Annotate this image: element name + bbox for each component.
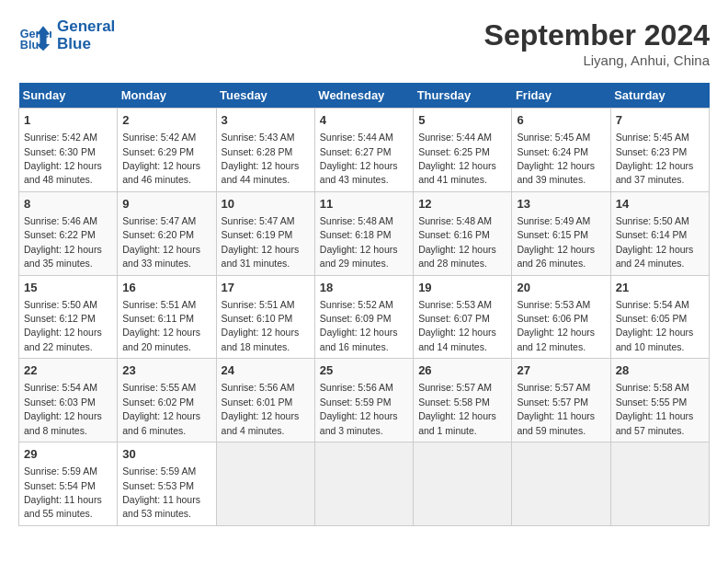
- day-sunrise: Sunrise: 5:56 AM: [320, 382, 393, 393]
- day-sunset: Sunset: 6:06 PM: [517, 313, 588, 324]
- day-sunset: Sunset: 6:15 PM: [517, 229, 588, 240]
- day-sunset: Sunset: 6:25 PM: [418, 146, 490, 157]
- calendar-table: SundayMondayTuesdayWednesdayThursdayFrid…: [18, 83, 710, 526]
- calendar-cell: 12 Sunrise: 5:48 AM Sunset: 6:16 PM Dayl…: [414, 191, 512, 275]
- calendar-cell: 29 Sunrise: 5:59 AM Sunset: 5:54 PM Dayl…: [19, 442, 118, 526]
- day-number: 10: [222, 196, 310, 213]
- calendar-cell: [512, 442, 610, 526]
- logo-text: GeneralBlue: [57, 18, 115, 52]
- daylight-hours: Daylight: 11 hours and 55 minutes.: [24, 494, 102, 519]
- day-number: 4: [320, 112, 408, 129]
- day-sunset: Sunset: 6:22 PM: [24, 229, 96, 240]
- calendar-cell: 27 Sunrise: 5:57 AM Sunset: 5:57 PM Dayl…: [512, 359, 610, 442]
- day-sunset: Sunset: 6:01 PM: [222, 396, 293, 408]
- calendar-cell: 30 Sunrise: 5:59 AM Sunset: 5:53 PM Dayl…: [118, 442, 216, 526]
- calendar-cell: 17 Sunrise: 5:51 AM Sunset: 6:10 PM Dayl…: [216, 275, 314, 359]
- daylight-hours: Daylight: 12 hours and 3 minutes.: [320, 410, 398, 435]
- day-sunrise: Sunrise: 5:51 AM: [222, 299, 295, 310]
- day-sunrise: Sunrise: 5:42 AM: [122, 132, 196, 143]
- day-sunset: Sunset: 6:27 PM: [320, 146, 392, 157]
- day-sunrise: Sunrise: 5:45 AM: [616, 132, 689, 143]
- day-sunrise: Sunrise: 5:43 AM: [222, 132, 295, 143]
- daylight-hours: Daylight: 12 hours and 46 minutes.: [122, 160, 200, 185]
- daylight-hours: Daylight: 12 hours and 12 minutes.: [517, 327, 595, 351]
- day-number: 7: [616, 112, 704, 129]
- day-sunrise: Sunrise: 5:48 AM: [320, 215, 393, 226]
- calendar-cell: [314, 442, 413, 526]
- day-sunset: Sunset: 6:18 PM: [320, 229, 392, 240]
- day-number: 23: [122, 362, 210, 379]
- calendar-header-row: SundayMondayTuesdayWednesdayThursdayFrid…: [19, 83, 710, 109]
- day-number: 20: [517, 280, 605, 296]
- day-sunrise: Sunrise: 5:44 AM: [320, 132, 393, 143]
- calendar-cell: 3 Sunrise: 5:43 AM Sunset: 6:28 PM Dayli…: [216, 109, 314, 192]
- day-sunset: Sunset: 6:28 PM: [222, 146, 293, 157]
- daylight-hours: Daylight: 12 hours and 14 minutes.: [418, 327, 496, 351]
- calendar-cell: 16 Sunrise: 5:51 AM Sunset: 6:11 PM Dayl…: [118, 275, 216, 359]
- daylight-hours: Daylight: 12 hours and 37 minutes.: [616, 160, 694, 185]
- day-sunset: Sunset: 6:10 PM: [222, 313, 293, 324]
- day-sunrise: Sunrise: 5:53 AM: [517, 299, 590, 310]
- day-sunset: Sunset: 6:14 PM: [616, 229, 688, 240]
- day-sunset: Sunset: 6:23 PM: [616, 146, 688, 157]
- day-sunrise: Sunrise: 5:57 AM: [418, 382, 492, 393]
- day-number: 11: [320, 196, 408, 213]
- day-sunset: Sunset: 6:16 PM: [418, 229, 490, 240]
- day-sunrise: Sunrise: 5:52 AM: [320, 299, 393, 310]
- daylight-hours: Daylight: 12 hours and 22 minutes.: [24, 327, 102, 351]
- daylight-hours: Daylight: 12 hours and 31 minutes.: [222, 244, 300, 269]
- daylight-hours: Daylight: 12 hours and 4 minutes.: [222, 410, 300, 435]
- day-sunset: Sunset: 6:07 PM: [418, 313, 490, 324]
- calendar-cell: 14 Sunrise: 5:50 AM Sunset: 6:14 PM Dayl…: [610, 191, 709, 275]
- day-number: 29: [24, 446, 112, 463]
- col-header-sunday: Sunday: [19, 83, 118, 109]
- day-sunset: Sunset: 5:57 PM: [517, 396, 588, 408]
- day-sunset: Sunset: 5:54 PM: [24, 480, 96, 491]
- daylight-hours: Daylight: 12 hours and 8 minutes.: [24, 410, 102, 435]
- day-sunrise: Sunrise: 5:59 AM: [122, 465, 196, 477]
- calendar-cell: 21 Sunrise: 5:54 AM Sunset: 6:05 PM Dayl…: [610, 275, 709, 359]
- calendar-cell: 26 Sunrise: 5:57 AM Sunset: 5:58 PM Dayl…: [414, 359, 512, 442]
- day-sunrise: Sunrise: 5:55 AM: [122, 382, 196, 393]
- col-header-saturday: Saturday: [610, 83, 709, 109]
- calendar-cell: 5 Sunrise: 5:44 AM Sunset: 6:25 PM Dayli…: [414, 109, 512, 192]
- calendar-cell: [414, 442, 512, 526]
- day-number: 2: [122, 112, 210, 129]
- day-sunrise: Sunrise: 5:58 AM: [616, 382, 689, 393]
- day-number: 19: [418, 280, 506, 296]
- daylight-hours: Daylight: 12 hours and 44 minutes.: [222, 160, 300, 185]
- day-sunrise: Sunrise: 5:57 AM: [517, 382, 590, 393]
- daylight-hours: Daylight: 11 hours and 59 minutes.: [517, 410, 595, 435]
- day-sunrise: Sunrise: 5:47 AM: [122, 215, 196, 226]
- calendar-cell: 9 Sunrise: 5:47 AM Sunset: 6:20 PM Dayli…: [118, 191, 216, 275]
- calendar-cell: 19 Sunrise: 5:53 AM Sunset: 6:07 PM Dayl…: [414, 275, 512, 359]
- calendar-cell: 23 Sunrise: 5:55 AM Sunset: 6:02 PM Dayl…: [118, 359, 216, 442]
- calendar-cell: 24 Sunrise: 5:56 AM Sunset: 6:01 PM Dayl…: [216, 359, 314, 442]
- calendar-cell: 22 Sunrise: 5:54 AM Sunset: 6:03 PM Dayl…: [19, 359, 118, 442]
- day-sunrise: Sunrise: 5:50 AM: [616, 215, 689, 226]
- daylight-hours: Daylight: 12 hours and 20 minutes.: [122, 327, 200, 351]
- calendar-cell: 25 Sunrise: 5:56 AM Sunset: 5:59 PM Dayl…: [314, 359, 413, 442]
- calendar-cell: 18 Sunrise: 5:52 AM Sunset: 6:09 PM Dayl…: [314, 275, 413, 359]
- day-sunrise: Sunrise: 5:44 AM: [418, 132, 492, 143]
- day-number: 5: [418, 112, 506, 129]
- day-sunrise: Sunrise: 5:47 AM: [222, 215, 295, 226]
- month-year: September 2024: [484, 18, 710, 52]
- day-sunrise: Sunrise: 5:54 AM: [616, 299, 689, 310]
- day-sunset: Sunset: 6:12 PM: [24, 313, 96, 324]
- location: Liyang, Anhui, China: [484, 52, 710, 68]
- day-number: 27: [517, 362, 605, 379]
- calendar-cell: 11 Sunrise: 5:48 AM Sunset: 6:18 PM Dayl…: [314, 191, 413, 275]
- day-sunrise: Sunrise: 5:48 AM: [418, 215, 492, 226]
- logo: General Blue GeneralBlue: [18, 18, 115, 52]
- day-number: 18: [320, 280, 408, 296]
- day-sunrise: Sunrise: 5:53 AM: [418, 299, 492, 310]
- daylight-hours: Daylight: 11 hours and 57 minutes.: [616, 410, 694, 435]
- calendar-week-3: 15 Sunrise: 5:50 AM Sunset: 6:12 PM Dayl…: [19, 275, 710, 359]
- day-number: 1: [24, 112, 112, 129]
- day-number: 14: [616, 196, 704, 213]
- daylight-hours: Daylight: 12 hours and 16 minutes.: [320, 327, 398, 351]
- col-header-wednesday: Wednesday: [314, 83, 413, 109]
- day-sunset: Sunset: 6:11 PM: [122, 313, 194, 324]
- daylight-hours: Daylight: 12 hours and 1 minute.: [418, 410, 496, 435]
